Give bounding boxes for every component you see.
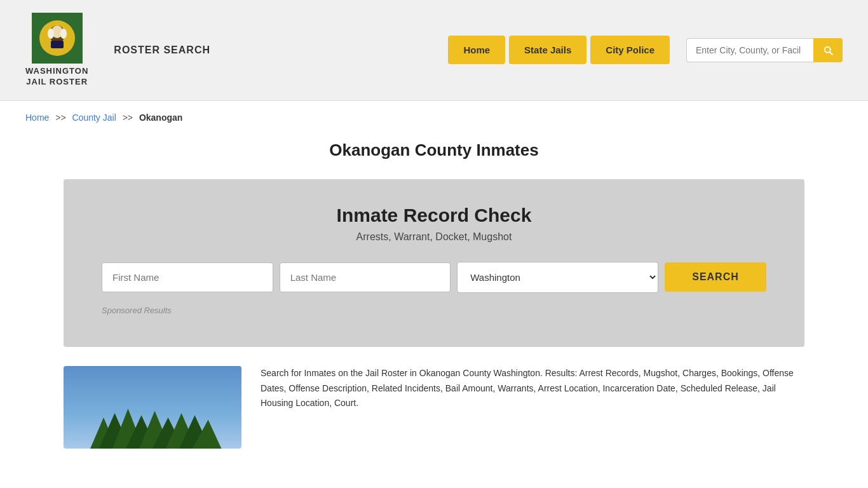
svg-rect-6 — [51, 41, 64, 48]
breadcrumb: Home >> County Jail >> Okanogan — [0, 101, 868, 134]
wa-flag-icon: THE STATE OF WASHINGTON — [32, 13, 83, 64]
first-name-input[interactable] — [102, 262, 273, 292]
breadcrumb-sep1: >> — [55, 112, 65, 123]
header-search-input[interactable] — [686, 38, 813, 62]
svg-text:THE STATE OF WASHINGTON: THE STATE OF WASHINGTON — [34, 57, 80, 60]
breadcrumb-current: Okanogan — [139, 112, 182, 123]
nav-home-button[interactable]: Home — [448, 36, 505, 64]
bottom-description: Search for Inmates on the Jail Roster in… — [261, 366, 804, 411]
breadcrumb-sep2: >> — [123, 112, 133, 123]
sponsored-results-label: Sponsored Results — [102, 306, 766, 315]
search-record-button[interactable]: SEARCH — [665, 262, 766, 292]
record-check-box: Inmate Record Check Arrests, Warrant, Do… — [64, 179, 804, 347]
page-title: Okanogan County Inmates — [25, 140, 843, 160]
nav-state-jails-button[interactable]: State Jails — [509, 36, 587, 64]
header-nav: Home State Jails City Police — [448, 36, 843, 64]
breadcrumb-home-link[interactable]: Home — [25, 112, 49, 123]
nav-city-police-button[interactable]: City Police — [590, 36, 670, 64]
tree-silhouette-icon — [64, 391, 241, 449]
bottom-image — [64, 366, 241, 449]
header: THE STATE OF WASHINGTON WASHINGTON JAIL … — [0, 0, 868, 101]
bottom-section: Search for Inmates on the Jail Roster in… — [0, 347, 868, 468]
svg-point-5 — [60, 29, 67, 39]
last-name-input[interactable] — [280, 262, 451, 292]
logo-text: WASHINGTON JAIL ROSTER — [25, 66, 88, 88]
breadcrumb-county-jail-link[interactable]: County Jail — [72, 112, 116, 123]
svg-point-4 — [48, 29, 54, 39]
search-icon — [822, 44, 834, 56]
record-check-subtitle: Arrests, Warrant, Docket, Mugshot — [102, 231, 766, 243]
state-select[interactable]: AlabamaAlaskaArizonaArkansasCaliforniaCo… — [457, 262, 658, 293]
logo-link[interactable]: THE STATE OF WASHINGTON WASHINGTON JAIL … — [25, 13, 88, 88]
header-search-bar — [686, 38, 843, 62]
header-search-button[interactable] — [813, 38, 843, 62]
roster-search-label: ROSTER SEARCH — [114, 44, 210, 56]
record-check-title: Inmate Record Check — [102, 205, 766, 226]
record-check-form: AlabamaAlaskaArizonaArkansasCaliforniaCo… — [102, 262, 766, 293]
